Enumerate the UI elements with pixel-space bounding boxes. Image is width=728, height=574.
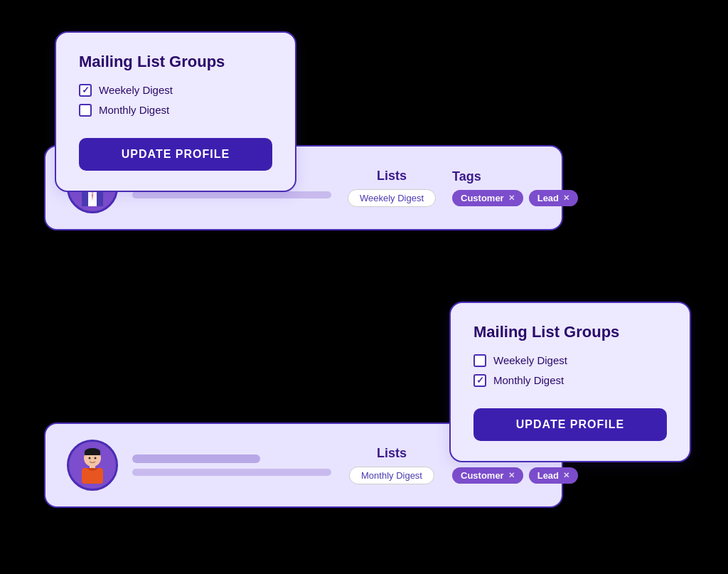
tags-row-2: Customer ✕ Lead ✕ — [452, 467, 578, 484]
mailing-panel-1: Mailing List Groups ✓ Weekely Digest Mon… — [55, 31, 296, 192]
tags-section-1: Tags Customer ✕ Lead ✕ — [452, 169, 594, 206]
checkbox-weekly-1[interactable]: ✓ — [79, 84, 92, 97]
tag-lead-1[interactable]: Lead ✕ — [529, 190, 578, 206]
checkbox-monthly-2[interactable]: ✓ — [473, 374, 486, 387]
avatar-2 — [67, 440, 118, 491]
update-profile-btn-1[interactable]: UPDATE PROFILE — [79, 138, 272, 171]
update-profile-btn-2[interactable]: UPDATE PROFILE — [473, 408, 667, 441]
tags-label-1: Tags — [452, 169, 481, 184]
tag-lead-2[interactable]: Lead ✕ — [529, 467, 578, 484]
tag-lead-label-1: Lead — [537, 193, 559, 203]
checkmark-1: ✓ — [82, 85, 90, 95]
checkmark-2: ✓ — [476, 375, 484, 386]
lists-section-1: Lists Weekely Digest — [346, 169, 438, 207]
tags-row-1: Customer ✕ Lead ✕ — [452, 190, 578, 206]
svg-rect-13 — [85, 452, 100, 455]
tag-customer-2[interactable]: Customer ✕ — [452, 467, 523, 484]
checkbox-label-weekly-1: Weekely Digest — [99, 84, 173, 96]
checkbox-row-3[interactable]: Weekely Digest — [473, 354, 667, 367]
tag-customer-label-2: Customer — [461, 470, 504, 481]
scene: Mailing List Groups ✓ Weekely Digest Mon… — [23, 17, 705, 558]
checkbox-weekly-2[interactable] — [473, 354, 486, 367]
contact-info-2 — [132, 455, 331, 476]
svg-marker-4 — [97, 191, 103, 206]
tag-customer-label-1: Customer — [461, 193, 504, 203]
checkbox-row-2[interactable]: Monthly Digest — [79, 104, 272, 117]
email-bar-1 — [132, 191, 331, 198]
tag-lead-remove-2[interactable]: ✕ — [563, 471, 569, 480]
svg-marker-3 — [82, 191, 88, 206]
tag-lead-remove-1[interactable]: ✕ — [563, 193, 569, 203]
tag-customer-remove-2[interactable]: ✕ — [508, 471, 515, 480]
tag-customer-remove-1[interactable]: ✕ — [508, 193, 515, 203]
name-bar-2 — [132, 455, 260, 463]
tag-lead-label-2: Lead — [537, 470, 559, 481]
svg-point-17 — [95, 457, 97, 459]
lists-label-1: Lists — [377, 169, 407, 184]
checkbox-label-weekly-2: Weekely Digest — [493, 354, 567, 366]
checkbox-row-1[interactable]: ✓ Weekely Digest — [79, 84, 272, 97]
list-badge-2: Monthly Digest — [349, 467, 434, 484]
mailing-panel-2: Mailing List Groups Weekely Digest ✓ Mon… — [449, 302, 691, 462]
list-badge-1: Weekely Digest — [348, 189, 436, 207]
email-bar-2 — [132, 469, 331, 476]
checkbox-label-monthly-2: Monthly Digest — [493, 374, 564, 386]
svg-point-16 — [89, 457, 91, 459]
tag-customer-1[interactable]: Customer ✕ — [452, 190, 523, 206]
lists-label-2: Lists — [377, 446, 407, 461]
checkbox-row-4[interactable]: ✓ Monthly Digest — [473, 374, 667, 387]
panel2-title: Mailing List Groups — [473, 323, 667, 341]
panel1-title: Mailing List Groups — [79, 53, 272, 71]
avatar-svg-2 — [71, 444, 114, 487]
lists-section-2: Lists Monthly Digest — [346, 446, 438, 484]
checkbox-monthly-1[interactable] — [79, 104, 92, 117]
checkbox-label-monthly-1: Monthly Digest — [99, 104, 169, 116]
